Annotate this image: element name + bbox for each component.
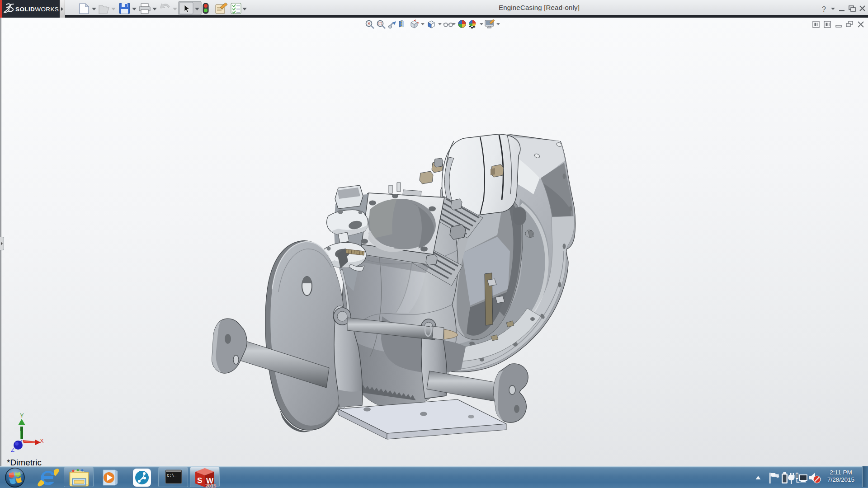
svg-text:C:\_: C:\_ bbox=[167, 474, 177, 478]
svg-text:2015: 2015 bbox=[205, 483, 216, 488]
svg-text:S: S bbox=[197, 476, 202, 485]
